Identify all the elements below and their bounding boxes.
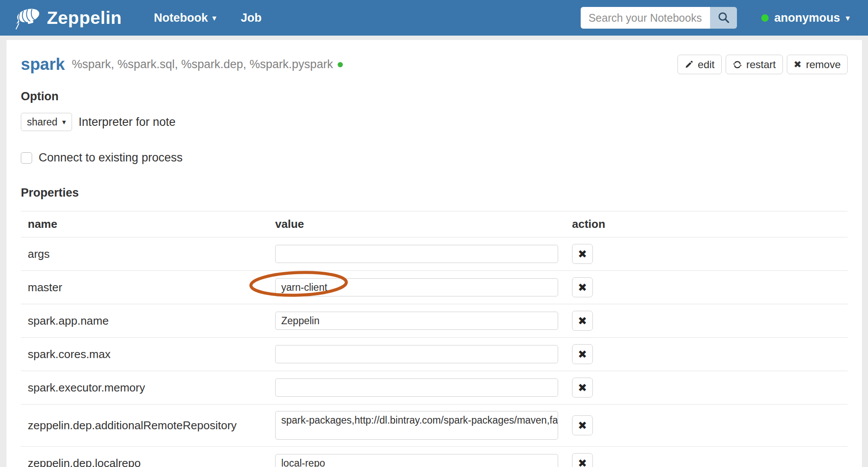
nav-item-notebook[interactable]: Notebook ▾: [142, 0, 229, 36]
interpreter-actions: edit restart ✖ remove: [677, 55, 848, 74]
properties-table: name value action args ✖ master ✖: [21, 211, 848, 467]
interpreter-status-icon: [338, 62, 343, 67]
close-icon: ✖: [578, 281, 587, 294]
scope-dropdown-value: shared: [27, 116, 57, 128]
property-name: spark.app.name: [21, 304, 268, 338]
table-row-spark-app-name: spark.app.name ✖: [21, 304, 848, 338]
notebook-search: [581, 7, 737, 29]
top-navbar: Zeppelin Notebook ▾ Job anonymous ▾: [0, 0, 868, 36]
table-row-zeppelin-dep-additionalRemoteRepository: zeppelin.dep.additionalRemoteRepository …: [21, 405, 848, 447]
property-name: zeppelin.dep.localrepo: [21, 447, 268, 467]
edit-button-label: edit: [698, 59, 715, 71]
property-name: master: [21, 271, 268, 304]
user-status-icon: [761, 14, 769, 22]
property-value-input[interactable]: [275, 454, 558, 467]
properties-heading: Properties: [21, 186, 848, 200]
property-value-input[interactable]: [275, 312, 558, 330]
column-header-action: action: [565, 211, 848, 237]
property-name: spark.executor.memory: [21, 371, 268, 405]
close-icon: ✖: [578, 248, 587, 260]
search-icon: [717, 11, 730, 25]
restart-button[interactable]: restart: [726, 55, 783, 74]
search-button[interactable]: [710, 7, 737, 29]
remove-button-label: remove: [806, 59, 841, 71]
refresh-icon: [733, 60, 742, 69]
close-icon: ✖: [578, 457, 587, 467]
search-input[interactable]: [581, 7, 710, 29]
zeppelin-logo-icon: [11, 4, 44, 31]
interpreter-header: spark %spark, %spark.sql, %spark.dep, %s…: [21, 55, 848, 74]
main-nav: Notebook ▾ Job: [142, 0, 274, 36]
property-value-input[interactable]: [275, 278, 558, 296]
user-menu[interactable]: anonymous ▾: [761, 11, 850, 25]
properties-header-row: name value action: [21, 211, 848, 237]
delete-property-button[interactable]: ✖: [572, 277, 593, 297]
delete-property-button[interactable]: ✖: [572, 311, 593, 331]
chevron-down-icon: ▾: [212, 14, 217, 22]
close-icon: ✖: [578, 315, 587, 327]
property-name: args: [21, 237, 268, 271]
property-name: zeppelin.dep.additionalRemoteRepository: [21, 405, 268, 447]
connect-existing-process-row: Connect to existing process: [21, 151, 848, 164]
scope-label: Interpreter for note: [79, 115, 176, 129]
interpreter-bindings: %spark, %spark.sql, %spark.dep, %spark.p…: [72, 58, 333, 71]
delete-property-button[interactable]: ✖: [572, 244, 593, 264]
chevron-down-icon: ▾: [62, 118, 66, 126]
column-header-value: value: [268, 211, 565, 237]
table-row-spark-cores-max: spark.cores.max ✖: [21, 338, 848, 371]
table-row-master: master ✖: [21, 271, 848, 304]
table-row-spark-executor-memory: spark.executor.memory ✖: [21, 371, 848, 405]
zeppelin-brand[interactable]: Zeppelin: [11, 4, 122, 31]
property-value-textarea[interactable]: spark-packages,http://dl.bintray.com/spa…: [275, 411, 558, 440]
delete-property-button[interactable]: ✖: [572, 344, 593, 364]
nav-item-notebook-label: Notebook: [154, 11, 208, 25]
table-row-args: args ✖: [21, 237, 848, 271]
option-heading: Option: [21, 90, 848, 103]
connect-existing-process-label: Connect to existing process: [39, 151, 183, 164]
nav-item-job[interactable]: Job: [229, 0, 274, 36]
close-icon: ✖: [578, 381, 587, 394]
column-header-name: name: [21, 211, 268, 237]
interpreter-scope-row: shared ▾ Interpreter for note: [21, 113, 848, 131]
property-value-input[interactable]: [275, 245, 558, 263]
table-row-zeppelin-dep-localrepo: zeppelin.dep.localrepo ✖: [21, 447, 848, 467]
scope-dropdown[interactable]: shared ▾: [21, 113, 72, 131]
remove-button[interactable]: ✖ remove: [787, 55, 848, 74]
property-value-input[interactable]: [275, 378, 558, 397]
interpreter-settings-card: spark %spark, %spark.sql, %spark.dep, %s…: [7, 40, 862, 467]
nav-item-job-label: Job: [241, 11, 262, 25]
delete-property-button[interactable]: ✖: [572, 415, 593, 435]
pencil-icon: [684, 60, 694, 69]
close-icon: ✖: [578, 348, 587, 361]
restart-button-label: restart: [746, 59, 776, 71]
brand-title: Zeppelin: [47, 8, 122, 28]
property-value-input[interactable]: [275, 345, 558, 363]
interpreter-name: spark: [21, 55, 65, 74]
chevron-down-icon: ▾: [845, 14, 850, 22]
property-name: spark.cores.max: [21, 338, 268, 371]
user-name: anonymous: [774, 11, 840, 25]
connect-existing-process-checkbox[interactable]: [21, 152, 32, 164]
delete-property-button[interactable]: ✖: [572, 378, 593, 398]
close-icon: ✖: [794, 59, 802, 70]
close-icon: ✖: [578, 419, 587, 432]
edit-button[interactable]: edit: [677, 55, 722, 74]
interpreter-title-group: spark %spark, %spark.sql, %spark.dep, %s…: [21, 55, 343, 74]
delete-property-button[interactable]: ✖: [572, 453, 593, 467]
